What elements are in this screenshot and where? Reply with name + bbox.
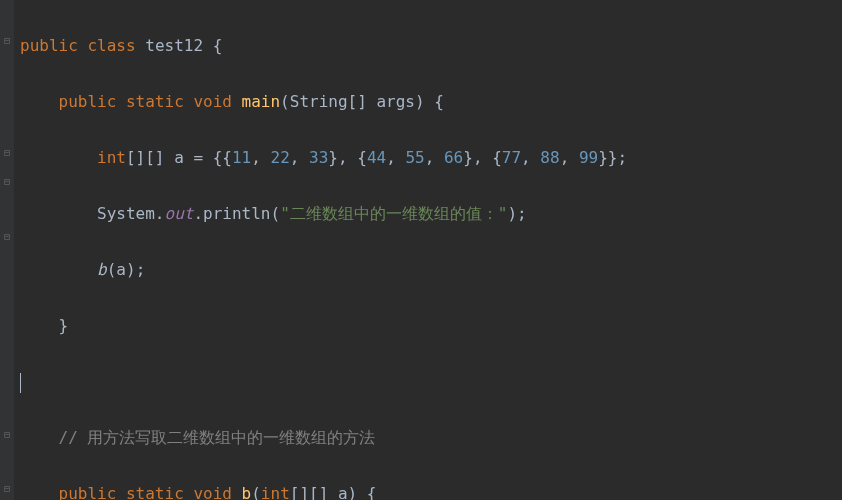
- code-line: public static void main(String[] args) {: [20, 88, 842, 116]
- text-cursor: [20, 373, 21, 393]
- code-editor[interactable]: public class test12 { public static void…: [14, 0, 842, 500]
- fold-close-icon[interactable]: ⊟: [2, 430, 12, 440]
- code-line: System.out.println("二维数组中的一维数组的值：");: [20, 200, 842, 228]
- fold-open-icon[interactable]: ⊟: [2, 232, 12, 242]
- code-line: }: [20, 312, 842, 340]
- fold-close-icon[interactable]: ⊟: [2, 177, 12, 187]
- code-line: int[][] a = {{11, 22, 33}, {44, 55, 66},…: [20, 144, 842, 172]
- code-line: // 用方法写取二维数组中的一维数组的方法: [20, 424, 842, 452]
- fold-open-icon[interactable]: ⊟: [2, 36, 12, 46]
- fold-close-icon[interactable]: ⊟: [2, 148, 12, 158]
- gutter: ⊟ ⊟ ⊟ ⊟ ⊟ ⊟: [0, 0, 14, 500]
- fold-close-icon[interactable]: ⊟: [2, 484, 12, 494]
- code-line: [20, 368, 842, 396]
- code-line: b(a);: [20, 256, 842, 284]
- code-line: public class test12 {: [20, 32, 842, 60]
- code-line: public static void b(int[][] a) {: [20, 480, 842, 500]
